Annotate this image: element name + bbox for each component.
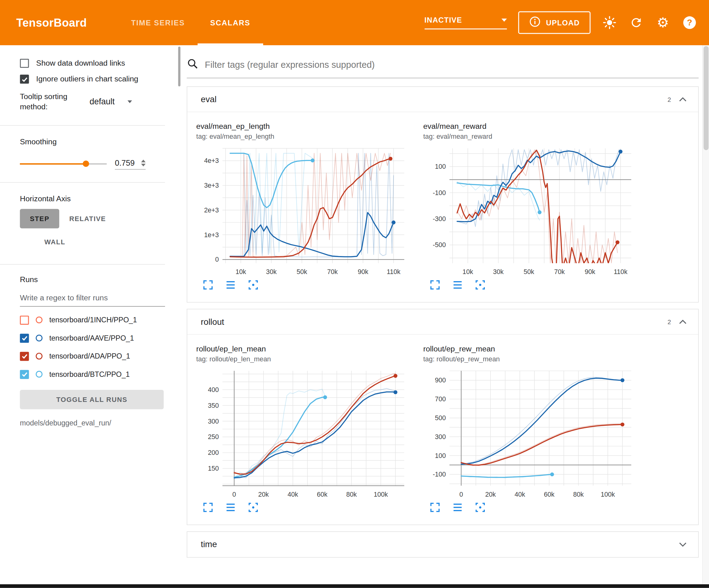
svg-text:-500: -500	[433, 241, 446, 248]
svg-text:-300: -300	[433, 215, 446, 222]
run-label: tensorboard/ADA/PPO_1	[49, 352, 130, 360]
section-body: eval/mean_ep_length tag: eval/mean_ep_le…	[187, 112, 698, 302]
brightness-icon[interactable]	[602, 15, 618, 30]
axis-button-wall[interactable]: WALL	[34, 232, 75, 251]
app-header: TensorBoard TIME SERIES SCALARS INACTIVE…	[0, 0, 709, 45]
axis-button-step[interactable]: STEP	[20, 209, 59, 229]
section-card: eval 2 eval/mean_ep_length tag: eval/mea…	[187, 86, 699, 303]
axis-button-relative[interactable]: RELATIVE	[59, 209, 116, 229]
status-dropdown[interactable]: INACTIVE	[424, 16, 507, 29]
svg-text:0: 0	[233, 491, 236, 498]
svg-text:3e+3: 3e+3	[204, 182, 219, 189]
ignore-outliers-row[interactable]: Ignore outliers in chart scaling	[20, 75, 165, 84]
divider	[0, 264, 165, 264]
section-header[interactable]: eval 2	[187, 87, 698, 112]
runs-footer: models/debugged_eval_run/	[20, 419, 165, 427]
chevron-down-icon[interactable]	[678, 542, 687, 547]
svg-text:60k: 60k	[544, 491, 555, 498]
chart-plot[interactable]: 020k40k60k80k100k-100100300500700900	[423, 365, 636, 501]
runs-title: Runs	[20, 275, 165, 284]
sidebar-scrollbar[interactable]	[178, 47, 180, 86]
section-body: rollout/ep_len_mean tag: rollout/ep_len_…	[187, 335, 698, 525]
section-card: rollout 2 rollout/ep_len_mean tag: rollo…	[187, 309, 699, 525]
main-scrollbar[interactable]	[702, 45, 709, 584]
fit-domain-icon[interactable]	[475, 502, 486, 513]
chart-title: eval/mean_reward	[423, 122, 643, 131]
svg-text:350: 350	[208, 402, 219, 409]
viewport: TensorBoard TIME SERIES SCALARS INACTIVE…	[0, 0, 709, 588]
expand-chart-icon[interactable]	[429, 502, 440, 513]
show-download-row[interactable]: Show data download links	[20, 59, 165, 68]
chart-toolbar	[429, 280, 643, 290]
section-count: 2	[667, 96, 671, 103]
upload-label: UPLOAD	[546, 18, 580, 27]
runs-filter-input[interactable]	[20, 292, 165, 307]
svg-text:30k: 30k	[266, 268, 277, 275]
log-axis-lines-icon[interactable]	[452, 280, 463, 290]
smoothing-label: Smoothing	[20, 137, 165, 147]
log-axis-lines-icon[interactable]	[225, 280, 236, 290]
log-axis-lines-icon[interactable]	[225, 502, 236, 513]
svg-text:70k: 70k	[554, 268, 565, 275]
fit-domain-icon[interactable]	[248, 502, 259, 513]
horizontal-axis-label: Horizontal Axis	[20, 195, 165, 203]
svg-text:10k: 10k	[463, 268, 473, 275]
svg-text:10k: 10k	[236, 268, 246, 275]
run-checkbox[interactable]	[20, 315, 29, 325]
upload-button[interactable]: UPLOAD	[518, 11, 590, 34]
chevron-up-icon[interactable]	[678, 97, 687, 102]
run-row[interactable]: tensorboard/ADA/PPO_1	[20, 347, 165, 365]
section-card: time	[187, 531, 699, 558]
svg-text:300: 300	[208, 418, 219, 425]
main-scrollbar-thumb[interactable]	[704, 46, 709, 150]
show-download-checkbox[interactable]	[20, 59, 29, 68]
app-title: TensorBoard	[17, 16, 87, 29]
chart-plot[interactable]: 020k40k60k80k100k150200250300350400	[196, 365, 409, 501]
expand-chart-icon[interactable]	[203, 280, 213, 290]
toggle-all-runs-button[interactable]: TOGGLE ALL RUNS	[20, 390, 163, 409]
ignore-outliers-checkbox[interactable]	[20, 75, 29, 84]
svg-text:100k: 100k	[601, 491, 615, 498]
section-count: 2	[667, 318, 671, 325]
chart-plot[interactable]: 10k30k50k70k90k110k100-100-300-500	[423, 143, 636, 279]
run-checkbox[interactable]	[20, 352, 29, 361]
tooltip-sorting-value: default	[89, 97, 114, 106]
tooltip-sorting-dropdown[interactable]: default	[88, 95, 132, 110]
run-checkbox[interactable]	[20, 370, 29, 379]
chevron-up-icon[interactable]	[678, 319, 687, 325]
stepper-icon[interactable]	[141, 159, 146, 166]
fit-domain-icon[interactable]	[248, 280, 259, 290]
caret-down-icon	[501, 19, 507, 22]
section-title: rollout	[201, 317, 224, 327]
main-content: eval 2 eval/mean_ep_length tag: eval/mea…	[183, 45, 703, 584]
smoothing-value-input[interactable]	[115, 158, 138, 168]
settings-gear-icon[interactable]: ⚙	[655, 15, 671, 30]
filter-tags-input[interactable]	[205, 59, 699, 70]
chart-title: rollout/ep_rew_mean	[423, 344, 643, 354]
run-row[interactable]: tensorboard/1INCH/PPO_1	[20, 311, 165, 329]
expand-chart-icon[interactable]	[429, 280, 440, 290]
svg-text:90k: 90k	[358, 268, 368, 275]
run-row[interactable]: tensorboard/AAVE/PPO_1	[20, 329, 165, 347]
run-row[interactable]: tensorboard/BTC/PPO_1	[20, 365, 165, 383]
svg-text:-100: -100	[433, 189, 446, 196]
run-color-circle	[35, 317, 43, 324]
tab-scalars[interactable]: SCALARS	[198, 0, 263, 45]
section-header[interactable]: rollout 2	[187, 309, 698, 335]
sidebar: Show data download links Ignore outliers…	[0, 45, 183, 584]
tab-time-series[interactable]: TIME SERIES	[119, 0, 198, 45]
smoothing-slider-thumb[interactable]	[83, 161, 89, 167]
fit-domain-icon[interactable]	[475, 280, 486, 290]
svg-text:80k: 80k	[346, 491, 357, 498]
help-icon[interactable]: ?	[682, 15, 697, 30]
smoothing-slider[interactable]	[20, 159, 106, 169]
svg-text:1e+3: 1e+3	[204, 231, 219, 238]
run-checkbox[interactable]	[20, 334, 29, 343]
section-header[interactable]: time	[187, 532, 698, 557]
svg-text:250: 250	[208, 433, 219, 440]
log-axis-lines-icon[interactable]	[452, 502, 463, 513]
expand-chart-icon[interactable]	[203, 502, 213, 513]
run-color-circle	[35, 353, 43, 360]
chart-plot[interactable]: 10k30k50k70k90k110k01e+32e+33e+34e+3	[196, 143, 409, 279]
refresh-icon[interactable]	[629, 15, 644, 30]
